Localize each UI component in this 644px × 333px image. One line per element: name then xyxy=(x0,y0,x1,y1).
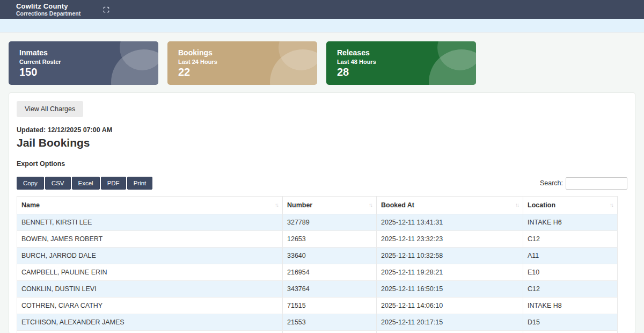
page-title: Jail Bookings xyxy=(17,136,627,149)
column-header-booked-at[interactable]: ↑↓Booked At xyxy=(377,197,523,214)
export-options-label: Export Options xyxy=(17,160,627,168)
stat-card-releases: Releases Last 48 Hours 28 xyxy=(326,41,476,85)
print-button[interactable]: Print xyxy=(127,177,153,190)
csv-button[interactable]: CSV xyxy=(45,177,71,190)
cell-number: 327789 xyxy=(283,214,377,231)
sort-icon[interactable]: ↑↓ xyxy=(610,202,613,208)
stat-subtitle: Current Roster xyxy=(19,59,158,65)
cell-number: 21553 xyxy=(283,314,377,331)
cell-location: INTAKE H6 xyxy=(523,214,618,231)
column-header-name[interactable]: ↑↓Name xyxy=(17,197,283,214)
cell-booked-at: 2025-12-11 23:32:23 xyxy=(377,231,523,248)
cell-booked-at: 2025-12-11 10:32:58 xyxy=(377,248,523,264)
column-header-number[interactable]: ↑↓Number xyxy=(283,197,377,214)
stat-value: 150 xyxy=(19,66,158,78)
cell-name: GUADARRAMA OSORIO, JOSEFINA xyxy=(17,331,283,333)
search-label: Search: xyxy=(540,179,563,187)
cell-booked-at: 2025-12-11 20:17:15 xyxy=(377,314,523,331)
cell-booked-at: 2025-12-11 19:28:21 xyxy=(377,264,523,281)
top-navbar: Cowlitz County Corrections Department xyxy=(0,0,644,19)
table-header-row: ↑↓Name ↑↓Number ↑↓Booked At ↑↓Location xyxy=(17,197,618,214)
cell-location: A11 xyxy=(523,248,618,264)
sort-icon[interactable]: ↑↓ xyxy=(275,202,278,208)
copy-button[interactable]: Copy xyxy=(17,177,44,190)
cell-location: E10 xyxy=(523,264,618,281)
cell-booked-at: 2025-12-11 14:06:10 xyxy=(377,298,523,314)
table-row[interactable]: CONKLIN, DUSTIN LEVI 343764 2025-12-11 1… xyxy=(17,281,618,298)
stat-value: 28 xyxy=(337,66,476,78)
cell-name: CAMPBELL, PAULINE ERIN xyxy=(17,264,283,281)
table-row[interactable]: COTHREN, CIARA CATHY 71515 2025-12-11 14… xyxy=(17,298,618,314)
cell-name: CONKLIN, DUSTIN LEVI xyxy=(17,281,283,298)
export-button-group: Copy CSV Excel PDF Print xyxy=(17,177,152,190)
cell-name: BENNETT, KIRSTI LEE xyxy=(17,214,283,231)
cell-booked-at: 2025-12-11 19:43:42 xyxy=(377,331,523,333)
search-input[interactable] xyxy=(566,177,627,190)
table-toolbar: Copy CSV Excel PDF Print Search: xyxy=(17,177,627,190)
stat-value: 22 xyxy=(178,66,317,78)
agency-subtitle: Corrections Department xyxy=(16,10,80,17)
stat-card-inmates: Inmates Current Roster 150 xyxy=(9,41,158,85)
cell-booked-at: 2025-12-11 16:50:15 xyxy=(377,281,523,298)
cell-number: 352241 xyxy=(283,331,377,333)
bookings-panel: View All Charges Updated: 12/12/2025 07:… xyxy=(9,92,635,333)
cell-name: ETCHISON, ALEXANDER JAMES xyxy=(17,314,283,331)
stat-title: Releases xyxy=(337,48,476,57)
sort-icon[interactable]: ↑↓ xyxy=(515,202,518,208)
cell-name: BURCH, JARROD DALE xyxy=(17,248,283,264)
cell-number: 33640 xyxy=(283,248,377,264)
table-row[interactable]: BURCH, JARROD DALE 33640 2025-12-11 10:3… xyxy=(17,248,618,264)
table-row[interactable]: GUADARRAMA OSORIO, JOSEFINA 352241 2025-… xyxy=(17,331,618,333)
bookings-table: ↑↓Name ↑↓Number ↑↓Booked At ↑↓Location B… xyxy=(17,196,618,333)
agency-title: Cowlitz County xyxy=(16,3,80,10)
cell-number: 343764 xyxy=(283,281,377,298)
table-row[interactable]: BENNETT, KIRSTI LEE 327789 2025-12-11 13… xyxy=(17,214,618,231)
table-row[interactable]: CAMPBELL, PAULINE ERIN 216954 2025-12-11… xyxy=(17,264,618,281)
stat-card-bookings: Bookings Last 24 Hours 22 xyxy=(167,41,317,85)
view-all-charges-button[interactable]: View All Charges xyxy=(17,101,83,117)
stat-subtitle: Last 24 Hours xyxy=(178,59,317,65)
pdf-button[interactable]: PDF xyxy=(101,177,126,190)
cell-number: 216954 xyxy=(283,264,377,281)
cell-name: BOWEN, JAMES ROBERT xyxy=(17,231,283,248)
fullscreen-icon[interactable] xyxy=(102,5,111,14)
cell-location: C12 xyxy=(523,281,618,298)
updated-timestamp: Updated: 12/12/2025 07:00 AM xyxy=(17,126,627,134)
cell-number: 71515 xyxy=(283,298,377,314)
subheader-strip xyxy=(0,19,644,33)
agency-title-block: Cowlitz County Corrections Department xyxy=(16,3,80,17)
stat-title: Bookings xyxy=(178,48,317,57)
cell-location: E22 xyxy=(523,331,618,333)
search-area: Search: xyxy=(540,177,627,190)
cell-location: INTAKE H8 xyxy=(523,298,618,314)
column-header-location[interactable]: ↑↓Location xyxy=(523,197,618,214)
stat-subtitle: Last 48 Hours xyxy=(337,59,476,65)
excel-button[interactable]: Excel xyxy=(72,177,100,190)
stat-title: Inmates xyxy=(19,48,158,57)
table-row[interactable]: ETCHISON, ALEXANDER JAMES 21553 2025-12-… xyxy=(17,314,618,331)
sort-icon[interactable]: ↑↓ xyxy=(369,202,372,208)
cell-location: C12 xyxy=(523,231,618,248)
table-row[interactable]: BOWEN, JAMES ROBERT 12653 2025-12-11 23:… xyxy=(17,231,618,248)
stats-row: Inmates Current Roster 150 Bookings Last… xyxy=(0,33,644,85)
cell-name: COTHREN, CIARA CATHY xyxy=(17,298,283,314)
cell-number: 12653 xyxy=(283,231,377,248)
cell-location: D15 xyxy=(523,314,618,331)
cell-booked-at: 2025-12-11 13:41:31 xyxy=(377,214,523,231)
